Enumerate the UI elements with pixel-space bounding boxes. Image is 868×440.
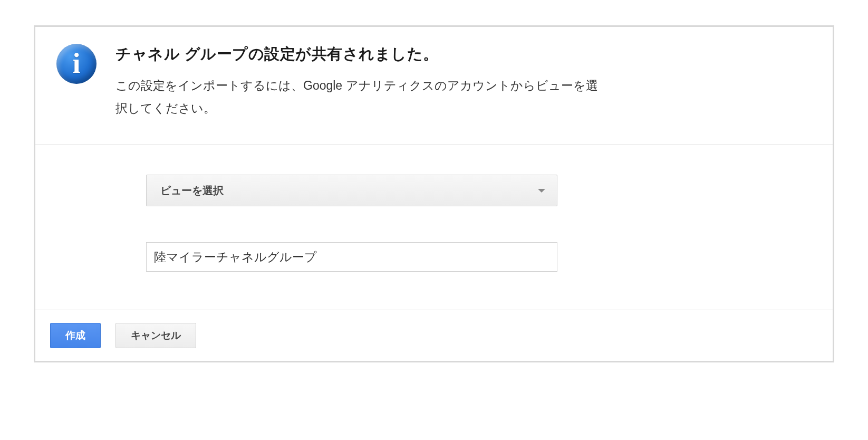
import-dialog: i チャネル グループの設定が共有されました。 この設定をインポートするには、G…	[34, 25, 834, 362]
dialog-header: i チャネル グループの設定が共有されました。 この設定をインポートするには、G…	[35, 27, 833, 145]
dialog-subtitle: この設定をインポートするには、Google アナリティクスのアカウントからビュー…	[115, 74, 601, 119]
form-section: ビューを選択	[35, 145, 833, 310]
chevron-down-icon	[538, 189, 545, 193]
dialog-footer: 作成 キャンセル	[35, 310, 833, 361]
info-icon-wrap: i	[56, 44, 97, 84]
channel-group-name-input[interactable]	[146, 242, 557, 272]
info-icon: i	[56, 44, 97, 84]
view-select-label: ビューを選択	[160, 184, 224, 198]
create-button[interactable]: 作成	[50, 323, 101, 348]
form-inner: ビューを選択	[56, 175, 584, 272]
dialog-title: チャネル グループの設定が共有されました。	[115, 44, 812, 65]
cancel-button[interactable]: キャンセル	[115, 323, 196, 348]
view-select-dropdown[interactable]: ビューを選択	[146, 175, 557, 206]
header-text: チャネル グループの設定が共有されました。 この設定をインポートするには、Goo…	[115, 44, 812, 119]
